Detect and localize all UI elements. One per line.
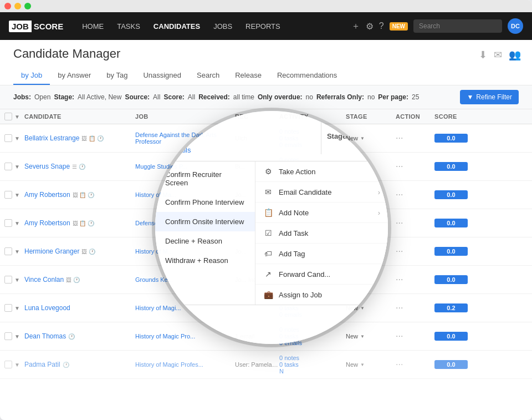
email-icon[interactable]: ✉ xyxy=(494,49,502,61)
row-checkbox-2[interactable] xyxy=(4,191,12,199)
row-expand-5[interactable]: ▼ xyxy=(14,277,20,283)
table-row: ▼ Padma Patil🕐 History of Magic Profes..… xyxy=(0,351,532,379)
candidate-name-2[interactable]: Amy Robertson🖼 📋 🕐 xyxy=(24,191,135,199)
candidate-name-3[interactable]: Amy Robertson🖼 📋 🕐 xyxy=(24,219,135,227)
add-icon[interactable]: ＋ xyxy=(351,21,360,32)
row-expand-4[interactable]: ▼ xyxy=(14,249,20,255)
tab-by-tag[interactable]: by Tag xyxy=(99,67,135,85)
emails-link-8[interactable]: N xyxy=(279,368,346,375)
action-dots-8[interactable]: ··· xyxy=(396,360,434,370)
logo: JOB SCORE xyxy=(9,21,65,32)
stage-option-withdraw[interactable]: Withdraw + Reason xyxy=(155,251,255,270)
action-add-note[interactable]: 📋 Add Note › xyxy=(255,203,388,223)
tab-recommendations[interactable]: Recommendations xyxy=(269,67,345,85)
jobs-value: Open xyxy=(34,93,50,101)
group-icon[interactable]: 👥 xyxy=(509,49,521,61)
expand-all-arrow[interactable]: ▼ xyxy=(14,114,20,120)
nav-candidates[interactable]: CANDIDATES xyxy=(148,19,206,34)
row-checkbox-0[interactable] xyxy=(4,134,12,142)
th-score: Score xyxy=(434,113,468,120)
nav-reports[interactable]: REPORTS xyxy=(240,19,286,34)
stage-option-onsite-interview[interactable]: Confirm Onsite Interview xyxy=(155,212,255,231)
tab-by-job[interactable]: by Job xyxy=(13,67,50,85)
maximize-dot[interactable] xyxy=(24,3,31,9)
action-assign-to-job[interactable]: 💼 Assign to Job xyxy=(255,285,388,305)
jobs-label: Jobs: xyxy=(13,93,31,101)
stage-option-recruiter-screen[interactable]: Confirm Recruiter Screen xyxy=(155,165,255,193)
job-name-8[interactable]: History of Magic Profes... xyxy=(135,361,235,368)
tab-unassigned[interactable]: Unassigned xyxy=(135,67,189,85)
notes-link-8[interactable]: 0 notes xyxy=(279,355,346,361)
nav-jobs[interactable]: JOBS xyxy=(208,19,238,34)
action-forward-candidate[interactable]: ↗ Forward Cand... xyxy=(255,264,388,285)
stage-dropdown-arrow-7[interactable]: ▼ xyxy=(360,334,365,339)
row-checkbox-8[interactable] xyxy=(4,361,12,368)
row-checkbox-7[interactable] xyxy=(4,332,12,340)
candidate-icons-5: 🖼 🕐 xyxy=(66,277,80,283)
action-add-tag[interactable]: 🏷 Add Tag xyxy=(255,244,388,264)
action-dots-7[interactable]: ··· xyxy=(396,331,434,341)
close-dot[interactable] xyxy=(4,3,11,9)
candidate-icons-3: 🖼 📋 🕐 xyxy=(73,220,95,226)
row-expand-1[interactable]: ▼ xyxy=(14,164,20,170)
minimize-dot[interactable] xyxy=(14,3,21,9)
action-add-task[interactable]: ☑ Add Task xyxy=(255,223,388,244)
row-checkbox-4[interactable] xyxy=(4,247,12,255)
action-take-action[interactable]: ⚙ Take Action xyxy=(255,161,388,182)
select-all-checkbox[interactable] xyxy=(4,113,12,120)
candidate-name-6[interactable]: Luna Lovegood xyxy=(24,304,135,312)
new-badge[interactable]: NEW xyxy=(390,22,408,31)
candidate-name-8[interactable]: Padma Patil🕐 xyxy=(24,361,135,368)
candidate-name-0[interactable]: Bellatrix Lestrange🖼 📋 🕐 xyxy=(24,134,135,142)
action-dots-4[interactable]: ··· xyxy=(396,246,434,256)
action-dots-6[interactable]: ··· xyxy=(396,303,434,313)
row-checkbox-1[interactable] xyxy=(4,163,12,170)
row-expand-3[interactable]: ▼ xyxy=(14,220,20,226)
row-expand-7[interactable]: ▼ xyxy=(14,333,20,340)
candidate-icons-2: 🖼 📋 🕐 xyxy=(73,192,95,198)
logo-job: JOB xyxy=(9,21,32,32)
per-page-label: Per page: xyxy=(378,93,408,101)
job-name-7[interactable]: History of Magic Pro... xyxy=(135,333,235,340)
stage-option-decline[interactable]: Decline + Reason xyxy=(155,231,255,251)
row-checkbox-5[interactable] xyxy=(4,276,12,284)
tab-search[interactable]: Search xyxy=(189,67,227,85)
action-dots-3[interactable]: ··· xyxy=(396,218,434,228)
candidate-name-5[interactable]: Vince Conlan🖼 🕐 xyxy=(24,276,135,284)
action-dots-2[interactable]: ··· xyxy=(396,190,434,200)
settings-icon[interactable]: ⚙ xyxy=(366,21,374,32)
stage-value: All Active, New xyxy=(78,93,121,101)
tasks-link-8[interactable]: 0 tasks xyxy=(279,361,346,368)
refine-filter-button[interactable]: ▼ Refine Filter xyxy=(460,90,519,104)
stage-dropdown-arrow-8[interactable]: ▼ xyxy=(360,362,365,367)
download-icon[interactable]: ⬇ xyxy=(479,49,487,61)
candidate-name-7[interactable]: Dean Thomas🕐 xyxy=(24,332,135,340)
tab-by-answer[interactable]: by Answer xyxy=(50,67,99,85)
stage-dropdown-arrow-0[interactable]: ▼ xyxy=(360,136,365,141)
nav-tasks[interactable]: TASKS xyxy=(111,19,146,34)
stage-option-phone-interview[interactable]: Confirm Phone Interview xyxy=(155,193,255,212)
row-checkbox-3[interactable] xyxy=(4,219,12,227)
page-header-actions: ⬇ ✉ 👥 xyxy=(479,49,521,61)
tab-release[interactable]: Release xyxy=(227,67,269,85)
add-task-label: Add Task xyxy=(279,229,308,237)
candidate-name-1[interactable]: Severus Snape☰ 🕐 xyxy=(24,163,135,170)
row-expand-6[interactable]: ▼ xyxy=(14,305,20,311)
action-dots-1[interactable]: ··· xyxy=(396,161,434,171)
help-icon[interactable]: ? xyxy=(379,21,384,31)
action-dots-0[interactable]: ··· xyxy=(396,133,434,143)
candidate-name-4[interactable]: Hermione Granger🖼 🕐 xyxy=(24,247,135,255)
row-expand-2[interactable]: ▼ xyxy=(14,192,20,198)
stage-dropdown-arrow-6[interactable]: ▼ xyxy=(360,306,365,311)
row-expand-8[interactable]: ▼ xyxy=(14,362,20,368)
row-checkbox-6[interactable] xyxy=(4,304,12,312)
candidate-icons-1: ☰ 🕐 xyxy=(72,164,85,170)
search-input[interactable] xyxy=(413,19,502,33)
nav-home[interactable]: HOME xyxy=(76,19,109,34)
th-stage: Stage xyxy=(346,113,396,120)
row-expand-0[interactable]: ▼ xyxy=(14,135,20,141)
add-tag-label: Add Tag xyxy=(279,250,305,258)
action-dots-5[interactable]: ··· xyxy=(396,275,434,285)
action-email-candidate[interactable]: ✉ Email Candidate › xyxy=(255,182,388,203)
avatar[interactable]: DC xyxy=(508,18,523,34)
